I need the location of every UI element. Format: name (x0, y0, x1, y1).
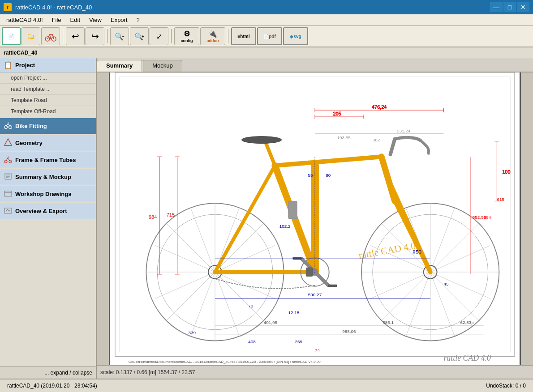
bottom-left-text: rattleCAD_40 (2019.01.20 - 23:04:54) (7, 383, 97, 389)
toolbar-separator-1 (63, 29, 63, 43)
svg-export-btn[interactable]: ◈svg (283, 27, 308, 45)
close-button[interactable]: ✕ (517, 2, 529, 12)
svg-text:269: 269 (295, 339, 302, 344)
svg-text:615: 615 (497, 197, 504, 202)
open-btn[interactable]: 🗂 (21, 27, 40, 45)
sidebar-project-label: Project (15, 62, 35, 68)
sidebar-section-summary: Summary & Mockup (0, 169, 96, 185)
svg-text:74: 74 (315, 348, 320, 353)
menu-view[interactable]: View (85, 16, 106, 24)
sidebar-workshop-label: Workshop Drawings (15, 191, 71, 197)
config-btn[interactable]: ⚙ config (174, 27, 199, 45)
toolbar-separator-4 (228, 29, 228, 43)
menu-help[interactable]: ? (132, 16, 144, 24)
svg-text:100: 100 (502, 169, 510, 175)
svg-rect-80 (288, 201, 297, 219)
menu-export[interactable]: Export (106, 16, 132, 24)
bottom-bar: rattleCAD_40 (2019.01.20 - 23:04:54) Und… (0, 379, 533, 392)
sidebar-item-project[interactable]: 📋 Project (0, 58, 96, 72)
tab-mockup[interactable]: Mockup (143, 60, 182, 72)
main-layout: 📋 Project open Project ... read Template… (0, 58, 533, 379)
project-bar: rattleCAD_40 (0, 47, 533, 58)
sidebar-item-summary-mockup[interactable]: Summary & Mockup (0, 169, 96, 185)
expand-collapse-label: ... expand / collapse (44, 370, 92, 376)
svg-text:988,06: 988,06 (342, 329, 356, 334)
menu-edit[interactable]: Edit (66, 16, 85, 24)
title-bar-text: rattleCAD 4.0! - rattleCAD_40 (15, 4, 92, 11)
tab-bar: Summary Mockup (97, 58, 533, 72)
pdf-export-btn[interactable]: 📄pdf (257, 27, 282, 45)
zoom-out-btn[interactable]: 🔍− (110, 27, 129, 45)
sidebar-section-geometry: Geometry (0, 135, 96, 151)
title-bar-controls: — □ ✕ (490, 2, 529, 12)
svg-text:715: 715 (167, 212, 175, 217)
html-export-btn[interactable]: ≡html (231, 27, 256, 45)
svg-text:531,24: 531,24 (397, 128, 411, 133)
svg-text:476,24: 476,24 (372, 104, 387, 110)
sidebar: 📋 Project open Project ... read Template… (0, 58, 97, 379)
svg-text:884: 884 (484, 215, 491, 220)
undo-stack-text: UndoStack: 0 / 0 (486, 383, 526, 389)
svg-text:850: 850 (413, 249, 421, 256)
sidebar-section-overview: Overview & Export (0, 203, 96, 219)
bike-drawing: rattle CAD 4.0 205 476,24 (110, 72, 520, 365)
sidebar-item-frame-tubes[interactable]: Frame & Frame Tubes (0, 152, 96, 168)
sidebar-section-frame: Frame & Frame Tubes (0, 152, 96, 168)
sidebar-item-workshop[interactable]: Workshop Drawings (0, 186, 96, 202)
frame-icon (4, 155, 13, 165)
sidebar-summary-label: Summary & Mockup (15, 174, 71, 180)
menu-file[interactable]: File (47, 16, 66, 24)
sidebar-template-offroad[interactable]: Template Off-Road (0, 106, 96, 117)
menu-app[interactable]: rattleCAD 4.0! (2, 16, 47, 24)
sidebar-template-road[interactable]: Template Road (0, 95, 96, 106)
expand-collapse-btn[interactable]: ... expand / collapse (0, 366, 96, 379)
sidebar-item-geometry[interactable]: Geometry (0, 135, 96, 151)
svg-line-11 (6, 158, 8, 162)
project-icon: 📋 (4, 61, 13, 69)
svg-marker-8 (4, 139, 12, 145)
svg-rect-77 (328, 285, 337, 287)
toolbar-separator-2 (107, 29, 107, 43)
svg-text:45: 45 (443, 281, 449, 286)
svg-text:193,55: 193,55 (337, 135, 351, 140)
sidebar-item-overview[interactable]: Overview & Export (0, 203, 96, 219)
svg-text:70: 70 (248, 303, 254, 308)
geometry-icon (4, 138, 13, 148)
sidebar-read-template[interactable]: read Template ... (0, 84, 96, 95)
sidebar-open-project[interactable]: open Project ... (0, 72, 96, 84)
svg-text:382: 382 (373, 137, 380, 142)
minimize-button[interactable]: — (490, 2, 503, 12)
svg-line-13 (8, 157, 9, 158)
sidebar-section-workshop: Workshop Drawings (0, 186, 96, 202)
svg-rect-79 (306, 268, 313, 277)
bike-btn[interactable] (41, 27, 60, 45)
sidebar-item-bike-fitting[interactable]: Bike Fitting (0, 118, 96, 134)
project-title: rattleCAD_40 (4, 50, 37, 56)
svg-text:538: 538 (404, 135, 411, 140)
undo-btn[interactable]: ↩ (66, 27, 85, 45)
status-bar: scale: 0.1337 / 0.66 [m] 1554.37 / 23.57 (97, 365, 533, 379)
title-bar-left: r rattleCAD 4.0! - rattleCAD_40 (4, 3, 92, 11)
title-bar: r rattleCAD 4.0! - rattleCAD_40 — □ ✕ (0, 0, 533, 14)
svg-text:102.2: 102.2 (279, 224, 291, 229)
sidebar-bike-fitting-label: Bike Fitting (15, 123, 47, 129)
svg-text:408: 408 (248, 339, 256, 344)
redo-btn[interactable]: ↪ (86, 27, 104, 45)
svg-text:339: 339 (189, 330, 196, 335)
toolbar-separator-3 (171, 29, 172, 43)
sidebar-section-project: 📋 Project open Project ... read Template… (0, 58, 96, 117)
tab-summary[interactable]: Summary (97, 60, 142, 72)
svg-rect-78 (292, 257, 301, 260)
zoom-fit-btn[interactable]: ⤢ (150, 27, 168, 45)
zoom-in-btn[interactable]: 🔍+ (130, 27, 149, 45)
sidebar-frame-label: Frame & Frame Tubes (15, 157, 76, 163)
new-doc-btn[interactable]: 📄 (2, 27, 21, 45)
maximize-button[interactable]: □ (503, 2, 516, 12)
addon-btn[interactable]: 🔌 addon (200, 27, 225, 45)
menu-bar: rattleCAD 4.0! File Edit View Export ? (0, 14, 533, 26)
toolbar: 📄 🗂 ↩ ↪ 🔍− 🔍+ ⤢ ⚙ config 🔌 addon ≡html 📄… (0, 26, 533, 47)
status-text: scale: 0.1337 / 0.66 [m] 1554.37 / 23.57 (100, 369, 195, 375)
svg-text:C:/Users/manfred/Documents/rat: C:/Users/manfred/Documents/rattleCAD/...… (129, 360, 321, 364)
svg-text:55: 55 (308, 173, 314, 178)
svg-rect-20 (4, 208, 12, 213)
